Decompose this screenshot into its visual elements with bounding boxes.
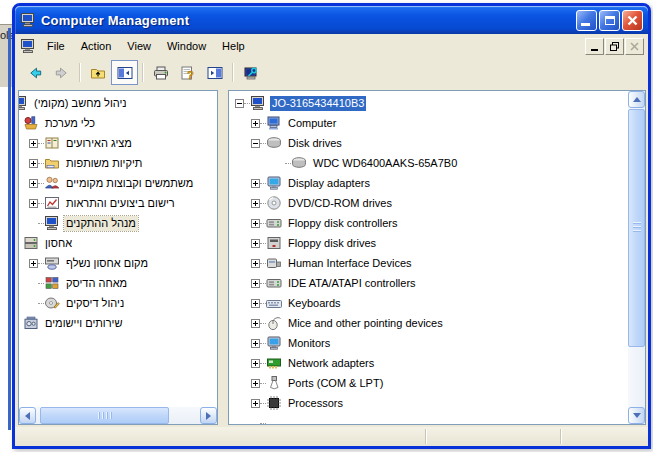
computer-key-icon <box>243 65 259 81</box>
floppy-drive-icon <box>266 235 282 251</box>
device-tree-item-network-adapters[interactable]: Network adapters <box>229 353 645 373</box>
expand-toggle[interactable] <box>251 399 260 408</box>
horizontal-scrollbar[interactable] <box>19 407 217 424</box>
scroll-right-button[interactable] <box>200 407 217 424</box>
device-tree-item-ide-ata-atapi-controllers[interactable]: IDE ATA/ATAPI controllers <box>229 273 645 293</box>
expand-toggle[interactable] <box>29 159 38 168</box>
up-one-level-button[interactable] <box>84 60 111 85</box>
console-tree-item-device-manager[interactable]: מנהל ההתקנים <box>19 213 217 233</box>
network-adapter-icon <box>266 355 282 371</box>
device-tree-item-keyboards[interactable]: Keyboards <box>229 293 645 313</box>
device-manager-panel: JO-3165434410B3ComputerDisk drivesWDC WD… <box>228 90 646 425</box>
scroll-up-icon <box>633 97 641 102</box>
event-viewer-icon <box>44 135 60 151</box>
expand-toggle[interactable] <box>29 179 38 188</box>
device-tree-item-computer[interactable]: Computer <box>229 113 645 133</box>
expand-toggle[interactable] <box>29 139 38 148</box>
mouse-icon <box>266 315 282 331</box>
device-tree-item-disk-drives[interactable]: Disk drives <box>229 133 645 153</box>
device-tree-item-monitors[interactable]: Monitors <box>229 333 645 353</box>
expand-toggle[interactable] <box>251 179 260 188</box>
device-tree-item-mice-and-other-pointing-devices[interactable]: Mice and other pointing devices <box>229 313 645 333</box>
back-button[interactable] <box>21 60 48 85</box>
device-tree-item-label: Floppy disk drives <box>286 236 378 251</box>
expand-toggle[interactable] <box>29 259 38 268</box>
console-tree-item-computer-management-local[interactable]: ניהול מחשב (מקומי) <box>19 93 217 113</box>
device-tree-item-human-interface-devices[interactable]: Human Interface Devices <box>229 253 645 273</box>
scroll-left-button[interactable] <box>19 407 36 424</box>
scroll-down-button[interactable] <box>628 407 645 424</box>
title-bar[interactable]: Computer Management <box>15 6 648 34</box>
help-button[interactable]: ? <box>174 60 201 85</box>
show-hide-action-pane-button[interactable] <box>201 60 228 85</box>
expand-toggle[interactable] <box>29 199 38 208</box>
device-tree-item-dvd-cdrom-drives[interactable]: DVD/CD-ROM drives <box>229 193 645 213</box>
print-button[interactable] <box>147 60 174 85</box>
console-tree-panel: ניהול מחשב (מקומי)כלי מערכתמציג האירועים… <box>18 90 218 425</box>
expand-toggle[interactable] <box>251 199 260 208</box>
console-tree-item-removable-storage[interactable]: מקום אחסון נשלף <box>19 253 217 273</box>
clipped-device-icon <box>266 415 282 425</box>
console-tree-item-disk-management[interactable]: ניהול דיסקים <box>19 293 217 313</box>
console-tree-item-storage[interactable]: אחסון <box>19 233 217 253</box>
console-tree-item-local-users-and-groups[interactable]: משתמשים וקבוצות מקומיים <box>19 173 217 193</box>
device-tree-item-wdc-wd6400aaks-65a7b0[interactable]: WDC WD6400AAKS-65A7B0 <box>229 153 645 173</box>
device-tree-item-ports-com-lpt[interactable]: Ports (COM & LPT) <box>229 373 645 393</box>
scroll-up-button[interactable] <box>628 91 645 108</box>
maximize-button[interactable] <box>599 10 620 31</box>
device-tree-item-label: Computer <box>286 116 338 131</box>
expand-toggle[interactable] <box>251 319 260 328</box>
expand-toggle[interactable] <box>251 359 260 368</box>
console-tree-item-shared-folders[interactable]: תיקיות משותפות <box>19 153 217 173</box>
device-tree-item-display-adapters[interactable]: Display adapters <box>229 173 645 193</box>
doc-close-button-disabled <box>625 38 644 55</box>
status-separator <box>560 429 561 444</box>
computer-window-icon <box>20 12 36 28</box>
doc-restore-button[interactable] <box>605 38 624 55</box>
vertical-scroll-thumb[interactable] <box>628 109 645 347</box>
menu-file[interactable]: File <box>39 37 73 55</box>
console-tree-item-performance-logs-and-alerts[interactable]: רישום ביצועים והתראות <box>19 193 217 213</box>
console-tree-item-label: אחסון <box>43 236 74 251</box>
back-arrow-icon <box>27 65 43 81</box>
expand-toggle[interactable] <box>251 259 260 268</box>
scroll-grip <box>98 412 112 419</box>
doc-minimize-button[interactable] <box>585 38 604 55</box>
device-tree-item-computer-root[interactable]: JO-3165434410B3 <box>229 93 645 113</box>
console-tree-item-event-viewer[interactable]: מציג האירועים <box>19 133 217 153</box>
device-tree-item-floppy-disk-controllers[interactable]: Floppy disk controllers <box>229 213 645 233</box>
horizontal-scroll-thumb[interactable] <box>40 407 169 424</box>
device-tree-item-processors[interactable]: Processors <box>229 393 645 413</box>
doc-minimize-icon <box>591 49 598 51</box>
expand-toggle[interactable] <box>251 219 260 228</box>
expand-toggle[interactable] <box>251 239 260 248</box>
minimize-button[interactable] <box>576 10 597 31</box>
collapse-toggle[interactable] <box>251 139 260 148</box>
vertical-scrollbar[interactable] <box>628 91 645 424</box>
doc-close-icon <box>630 42 639 51</box>
device-tree-item-clipped-bottom-device[interactable] <box>229 413 645 425</box>
expand-toggle[interactable] <box>251 279 260 288</box>
computer-icon <box>250 95 266 111</box>
window-title: Computer Management <box>41 13 576 28</box>
expand-toggle[interactable] <box>251 379 260 388</box>
menu-help[interactable]: Help <box>214 37 253 55</box>
close-button[interactable] <box>622 10 643 31</box>
menu-window[interactable]: Window <box>159 37 214 55</box>
console-tree-item-disk-defragmenter[interactable]: מאחה הדיסק <box>19 273 217 293</box>
window-controls <box>576 10 643 31</box>
scroll-right-icon <box>206 412 211 420</box>
expand-toggle[interactable] <box>251 339 260 348</box>
menu-action[interactable]: Action <box>73 37 120 55</box>
menu-view[interactable]: View <box>119 37 159 55</box>
collapse-toggle[interactable] <box>235 99 244 108</box>
device-tree-item-floppy-disk-drives[interactable]: Floppy disk drives <box>229 233 645 253</box>
console-tree-item-services-and-applications[interactable]: שירותים ויישומים <box>19 313 217 333</box>
computer-key-button[interactable] <box>237 60 264 85</box>
console-tree-item-system-tools[interactable]: כלי מערכת <box>19 113 217 133</box>
show-hide-console-tree-button[interactable] <box>111 60 138 85</box>
ports-icon <box>266 375 282 391</box>
expand-toggle[interactable] <box>251 119 260 128</box>
expand-toggle[interactable] <box>251 299 260 308</box>
console-window-icon <box>20 38 36 54</box>
